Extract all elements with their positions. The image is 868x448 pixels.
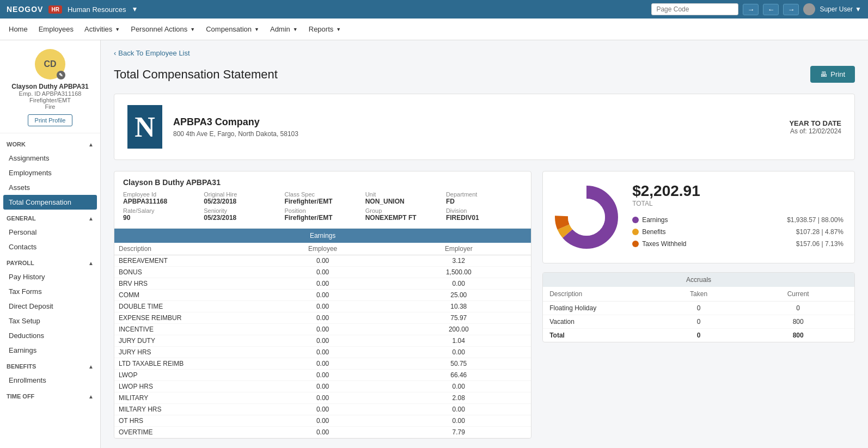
- time-off-chevron-icon: ▲: [88, 394, 94, 400]
- emp-value-3: NON_UNION: [365, 198, 442, 205]
- sidebar-item-pay-history[interactable]: Pay History: [0, 269, 100, 284]
- emp-value-5: 90: [123, 214, 199, 222]
- activities-dropdown-icon: ▼: [115, 27, 120, 32]
- nav-employees[interactable]: Employees: [39, 25, 74, 33]
- print-button-label: Print: [830, 70, 845, 78]
- chart-panel: $2,202.91 TOTAL Earnings $1,938.57 | 88.…: [542, 171, 855, 263]
- sidebar-item-employments[interactable]: Employments: [0, 165, 100, 180]
- avatar: CD ✎: [35, 49, 65, 79]
- sidebar-item-direct-deposit[interactable]: Direct Deposit: [0, 299, 100, 314]
- emp-label-4: Department: [446, 191, 522, 198]
- nav-home[interactable]: Home: [9, 25, 28, 33]
- accruals-floating-current: 0: [748, 304, 848, 312]
- row-employee: 0.00: [255, 257, 391, 265]
- row-employer: 3.12: [390, 257, 527, 265]
- sidebar-item-personal[interactable]: Personal: [0, 225, 100, 240]
- row-employer: 0.00: [390, 280, 527, 287]
- nav-reports[interactable]: Reports▼: [309, 25, 341, 33]
- sidebar-item-deductions[interactable]: Deductions: [0, 328, 100, 343]
- row-employee: 0.00: [255, 371, 391, 379]
- col-description-header: Description: [119, 245, 255, 253]
- chart-content: $2,202.91 TOTAL Earnings $1,938.57 | 88.…: [554, 182, 843, 252]
- row-employer: 75.97: [390, 314, 527, 322]
- table-row: JURY HRS 0.00 0.00: [114, 347, 531, 358]
- sidebar-section-general-header[interactable]: GENERAL ▲: [0, 212, 100, 225]
- row-description: OT HRS: [119, 417, 255, 425]
- company-info: APBPA3 Company 800 4th Ave E, Fargo, Nor…: [173, 116, 298, 138]
- back-button[interactable]: ←: [763, 4, 779, 15]
- neogov-logo: NEOGOV: [7, 5, 43, 14]
- row-employer: 1.04: [390, 337, 527, 345]
- row-employer: 2.08: [390, 394, 527, 402]
- sidebar-item-assignments[interactable]: Assignments: [0, 151, 100, 165]
- emp-value-8: NONEXEMPT FT: [365, 214, 442, 222]
- main-content: ‹ Back To Employee List Total Compensati…: [101, 40, 868, 448]
- sidebar-item-contacts[interactable]: Contacts: [0, 240, 100, 254]
- nav-compensation[interactable]: Compensation▼: [206, 25, 259, 33]
- user-dropdown-icon: ▼: [855, 5, 861, 13]
- sidebar-item-assets[interactable]: Assets: [0, 180, 100, 195]
- earnings-col-headers: Description Employee Employer: [114, 243, 531, 255]
- payroll-section-label: PAYROLL: [7, 260, 34, 266]
- user-label: Super User: [820, 5, 853, 13]
- accruals-row-vacation: Vacation 0 800: [543, 315, 854, 329]
- employee-name: Clayson B Duthy APBPA31: [123, 178, 522, 187]
- company-card: N APBPA3 Company 800 4th Ave E, Fargo, N…: [114, 94, 855, 160]
- sidebar-item-total-compensation[interactable]: Total Compensation: [3, 195, 97, 210]
- accruals-col-description: Description: [549, 290, 649, 298]
- table-row: LTD TAXABLE REIMB 0.00 50.75: [114, 358, 531, 370]
- sidebar-item-earnings[interactable]: Earnings: [0, 343, 100, 358]
- taxes-legend-value: $157.06 | 7.13%: [796, 240, 843, 248]
- app-dropdown-icon[interactable]: ▼: [132, 5, 138, 13]
- benefits-legend-value: $107.28 | 4.87%: [796, 228, 843, 236]
- table-row: OVERTIME 0.00 7.79: [114, 427, 531, 438]
- print-profile-button[interactable]: Print Profile: [28, 114, 73, 126]
- row-description: BEREAVEMENT: [119, 257, 255, 265]
- forward-button[interactable]: →: [783, 4, 799, 15]
- sidebar-section-time-off-header[interactable]: TIME OFF ▲: [0, 390, 100, 403]
- sidebar-section-payroll-header[interactable]: PAYROLL ▲: [0, 256, 100, 269]
- emp-detail-4: Department FD: [446, 191, 522, 205]
- row-employer: 7.79: [390, 428, 527, 436]
- personnel-dropdown-icon: ▼: [190, 27, 195, 32]
- sidebar-item-tax-forms[interactable]: Tax Forms: [0, 284, 100, 299]
- sidebar-item-tax-setup[interactable]: Tax Setup: [0, 314, 100, 328]
- emp-detail-2: Class Spec Firefighter/EMT: [284, 191, 360, 205]
- row-employee: 0.00: [255, 348, 391, 356]
- sidebar-item-enrollments[interactable]: Enrollments: [0, 373, 100, 388]
- back-link-text: Back To Employee List: [118, 49, 190, 57]
- sidebar-section-benefits-header[interactable]: BENEFITS ▲: [0, 360, 100, 373]
- benefits-chevron-icon: ▲: [88, 364, 94, 370]
- accruals-total-desc: Total: [549, 332, 649, 339]
- print-button[interactable]: 🖶 Print: [810, 66, 855, 83]
- earnings-dot: [632, 217, 639, 223]
- accruals-col-taken: Taken: [649, 290, 749, 298]
- row-employee: 0.00: [255, 268, 391, 276]
- nav-admin[interactable]: Admin▼: [270, 25, 298, 33]
- nav-personnel-actions[interactable]: Personnel Actions▼: [131, 25, 195, 33]
- row-employee: 0.00: [255, 417, 391, 425]
- accruals-total-row: Total 0 800: [543, 329, 854, 342]
- back-link[interactable]: ‹ Back To Employee List: [114, 49, 855, 57]
- earnings-table-header: Earnings: [114, 229, 531, 243]
- sidebar-section-work-header[interactable]: WORK ▲: [0, 138, 100, 151]
- page-code-input[interactable]: [651, 3, 738, 15]
- col-employer-header: Employer: [390, 245, 527, 253]
- row-employee: 0.00: [255, 383, 391, 390]
- row-description: MILTARY HRS: [119, 406, 255, 413]
- col-employee-header: Employee: [255, 245, 391, 253]
- user-menu[interactable]: Super User ▼: [820, 5, 861, 13]
- table-row: OT HRS 0.00 0.00: [114, 415, 531, 427]
- ytd-label: YEAR TO DATE: [789, 119, 841, 127]
- table-row: INCENTIVE 0.00 200.00: [114, 324, 531, 335]
- sidebar-profile: CD ✎ Clayson Duthy APBPA31 Emp. ID APBPA…: [0, 49, 100, 133]
- accruals-floating-taken: 0: [649, 304, 749, 312]
- avatar-edit-icon[interactable]: ✎: [57, 71, 65, 79]
- emp-label-9: Division: [446, 207, 522, 214]
- row-description: DOUBLE TIME: [119, 303, 255, 310]
- emp-detail-7: Position Firefighter/EMT: [284, 207, 360, 222]
- sidebar-section-general: GENERAL ▲ Personal Contacts: [0, 212, 100, 254]
- nav-activities[interactable]: Activities▼: [84, 25, 120, 33]
- row-employee: 0.00: [255, 394, 391, 402]
- go-button[interactable]: →: [743, 4, 759, 15]
